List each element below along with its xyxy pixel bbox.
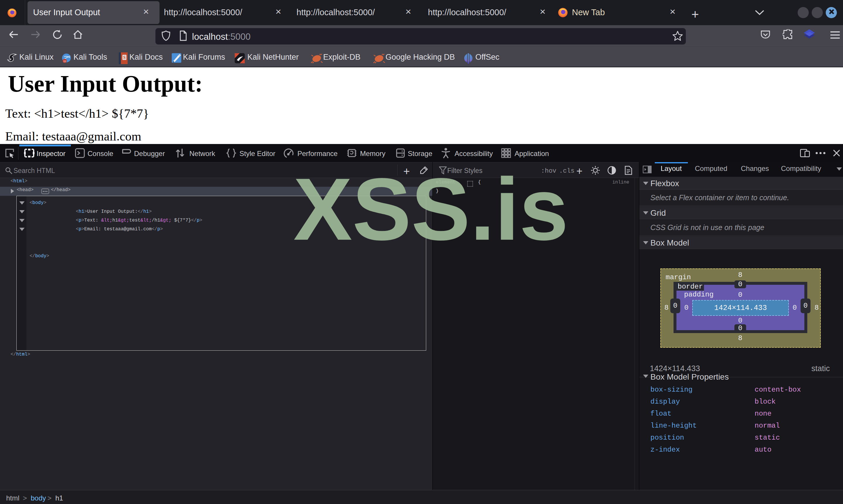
svg-text:11: 11 xyxy=(63,60,66,62)
svg-text:S: S xyxy=(123,55,126,60)
